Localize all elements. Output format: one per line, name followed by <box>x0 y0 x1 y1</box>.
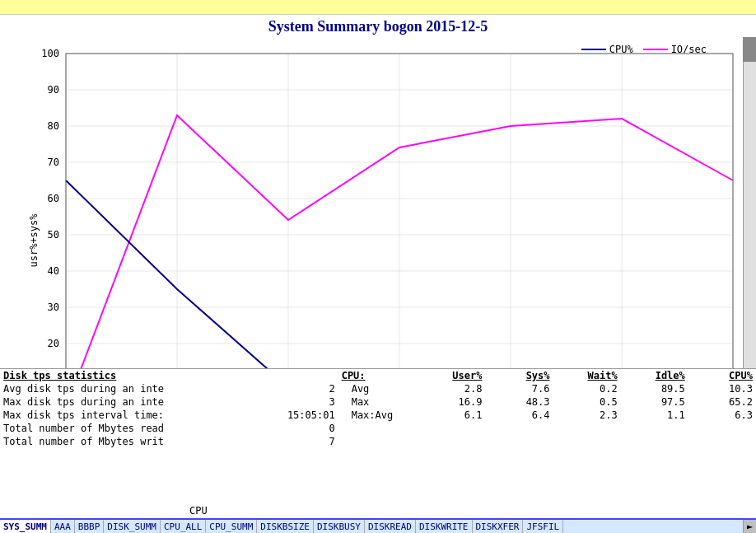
stat-user: 16.9 <box>418 395 485 409</box>
stats-row-0: Avg disk tps during an inte 2 Avg 2.8 7.… <box>0 382 756 395</box>
col-idle: Idle% <box>621 369 688 382</box>
stat-sys <box>485 422 553 435</box>
svg-text:20: 20 <box>48 338 59 349</box>
tab-disk_summ[interactable]: DISK_SUMM <box>104 520 161 533</box>
stat-val: 15:05:01 <box>259 409 338 422</box>
stat-val: 3 <box>259 395 338 409</box>
stats-row-2: Max disk tps interval time: 15:05:01 Max… <box>0 409 756 422</box>
svg-text:30: 30 <box>48 302 59 313</box>
svg-text:50: 50 <box>48 229 59 241</box>
col-cpupct: CPU% <box>688 369 756 382</box>
stat-idle: 97.5 <box>621 395 688 409</box>
col-user: User% <box>418 369 485 382</box>
svg-text:80: 80 <box>48 120 59 132</box>
stat-label: Total number of Mbytes writ <box>0 435 259 448</box>
svg-text:90: 90 <box>48 84 59 96</box>
col-cpu: CPU: <box>338 369 418 382</box>
scroll-thumb[interactable] <box>743 37 756 62</box>
stat-label: Max disk tps interval time: <box>0 409 259 422</box>
svg-text:70: 70 <box>48 157 59 168</box>
tab-sys_summ[interactable]: SYS_SUMM <box>0 520 51 533</box>
svg-text:60: 60 <box>48 193 59 204</box>
stat-val: 2 <box>259 382 338 395</box>
stats-tbody: Avg disk tps during an inte 2 Avg 2.8 7.… <box>0 382 756 448</box>
col-wait: Wait% <box>553 369 621 382</box>
tab-cpu_summ[interactable]: CPU_SUMM <box>206 520 257 533</box>
stat-cpupct: 10.3 <box>688 382 756 395</box>
stat-idle <box>621 435 688 448</box>
col-sys: Sys% <box>485 369 553 382</box>
stats-area: Disk tps statistics CPU: User% Sys% Wait… <box>0 368 756 467</box>
stat-sys: 7.6 <box>485 382 553 395</box>
svg-text:100: 100 <box>41 48 59 59</box>
stat-idle: 89.5 <box>621 382 688 395</box>
stat-cpu-row <box>338 422 418 435</box>
top-bar <box>0 0 756 15</box>
tab-diskbusy[interactable]: DISKBUSY <box>314 520 365 533</box>
stat-cpupct: 6.3 <box>688 409 756 422</box>
stat-val: 0 <box>259 422 338 435</box>
stat-cpu-row: Max <box>338 395 418 409</box>
tab-bar: SYS_SUMMAAABBBPDISK_SUMMCPU_ALLCPU_SUMMD… <box>0 518 756 533</box>
tab-diskread[interactable]: DISKREAD <box>365 520 416 533</box>
page-title: System Summary bogon 2015-12-5 <box>0 15 756 37</box>
tab-diskbsize[interactable]: DISKBSIZE <box>257 520 314 533</box>
stat-val: 7 <box>259 435 338 448</box>
stat-idle: 1.1 <box>621 409 688 422</box>
stats-table: Disk tps statistics CPU: User% Sys% Wait… <box>0 369 756 448</box>
stat-sys: 48.3 <box>485 395 553 409</box>
stats-row-4: Total number of Mbytes writ 7 <box>0 435 756 448</box>
stat-cpupct: 65.2 <box>688 395 756 409</box>
tab-diskwrite[interactable]: DISKWRITE <box>416 520 473 533</box>
stat-cpupct <box>688 435 756 448</box>
tab-cpu_all[interactable]: CPU_ALL <box>161 520 206 533</box>
stat-idle <box>621 422 688 435</box>
stat-cpu-row: Max:Avg <box>338 409 418 422</box>
col-val <box>259 369 338 382</box>
col-disk: Disk tps statistics <box>0 369 259 382</box>
tab-jfsfil[interactable]: JFSFIL <box>523 520 563 533</box>
stat-label: Max disk tps during an inte <box>0 395 259 409</box>
stat-user: 6.1 <box>418 409 485 422</box>
stats-row-1: Max disk tps during an inte 3 Max 16.9 4… <box>0 395 756 409</box>
svg-text:40: 40 <box>48 265 59 277</box>
stat-sys: 6.4 <box>485 409 553 422</box>
stat-cpu-row: Avg <box>338 382 418 395</box>
tab-diskxfer[interactable]: DISKXFER <box>473 520 524 533</box>
stat-wait: 0.2 <box>553 382 621 395</box>
stat-wait <box>553 422 621 435</box>
stat-label: Total number of Mbytes read <box>0 422 259 435</box>
tab-bbbp[interactable]: BBBP <box>75 520 105 533</box>
stats-row-3: Total number of Mbytes read 0 <box>0 422 756 435</box>
stat-wait: 2.3 <box>553 409 621 422</box>
tab-scroll-right[interactable]: ► <box>743 520 756 533</box>
stat-user <box>418 422 485 435</box>
stat-user <box>418 435 485 448</box>
tab-aaa[interactable]: AAA <box>51 520 75 533</box>
stat-cpupct <box>688 422 756 435</box>
stat-wait: 0.5 <box>553 395 621 409</box>
stat-user: 2.8 <box>418 382 485 395</box>
stat-wait <box>553 435 621 448</box>
stat-cpu-row <box>338 435 418 448</box>
stat-sys <box>485 435 553 448</box>
bottom-cpu-label: CPU <box>189 505 208 517</box>
stat-label: Avg disk tps during an inte <box>0 382 259 395</box>
